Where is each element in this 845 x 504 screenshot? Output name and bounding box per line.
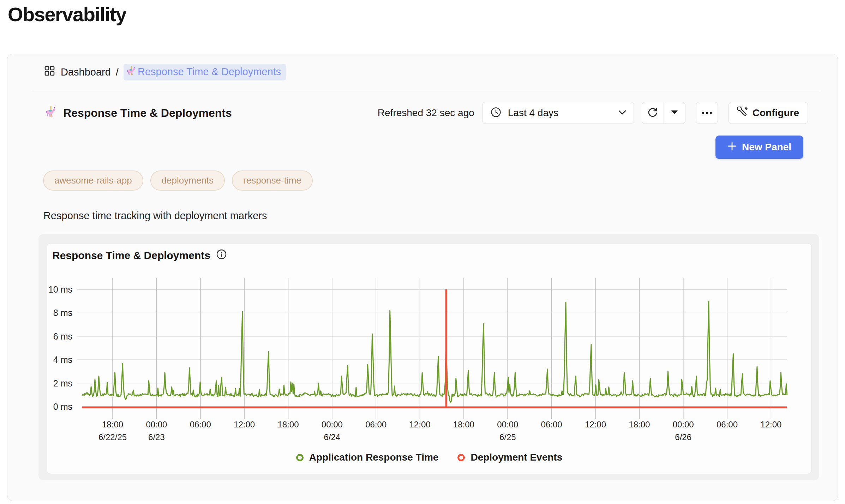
chevron-down-icon [618,110,627,116]
x-tick-label: 18:00 [102,420,123,429]
x-tick-label: 18:00 [629,420,650,429]
y-tick-label: 4 ms [53,355,72,365]
y-tick-label: 10 ms [48,284,72,294]
legend-label: Deployment Events [471,452,562,463]
panel-header-row: Response Time & Deployments Refreshed 32… [44,101,808,125]
x-tick-label: 12:00 [585,420,606,429]
configure-label: Configure [753,107,799,119]
x-tick-label: 00:00 [322,420,343,429]
x-tick-label: 00:00 [497,420,518,429]
breadcrumb-dashboard-link[interactable]: Dashboard [44,65,111,79]
x-date-label: 6/25 [499,432,516,442]
chart-legend: Application Response Time Deployment Eve… [47,452,811,463]
plus-icon [727,142,737,153]
legend-application-response-time[interactable]: Application Response Time [296,452,439,463]
dashboard-card: Dashboard / Response Time & Deployments [7,54,838,501]
tools-icon [737,107,748,120]
time-range-select[interactable]: Last 4 days [482,102,634,124]
ring-icon [457,454,465,461]
time-range-value: Last 4 days [508,107,558,119]
x-date-label: 6/24 [324,432,340,442]
ellipsis-icon [701,110,713,116]
more-options-button[interactable] [696,102,718,124]
legend-deployment-events[interactable]: Deployment Events [457,452,562,463]
configure-button[interactable]: Configure [729,102,808,124]
y-tick-label: 2 ms [53,378,72,388]
breadcrumb-current-link[interactable]: Response Time & Deployments [124,64,286,80]
new-panel-label: New Panel [742,142,791,153]
x-date-label: 6/26 [675,432,691,442]
page-title: Observability [8,3,126,26]
ring-icon [296,454,304,461]
x-tick-label: 00:00 [673,420,694,429]
panel-title-group: Response Time & Deployments [44,105,232,121]
refresh-options-button[interactable] [664,102,685,124]
refreshed-status: Refreshed 32 sec ago [378,107,474,119]
x-date-label: 6/23 [148,432,165,442]
chart-card: Response Time & Deployments 10 ms8 ms6 m… [47,243,811,474]
x-tick-label: 12:00 [409,420,431,429]
chart-panel: Response Time & Deployments 10 ms8 ms6 m… [38,234,819,480]
x-date-label: 6/22/25 [98,432,127,442]
x-tick-label: 18:00 [277,420,299,429]
tag-response-time[interactable]: response-time [232,170,313,191]
panel-title: Response Time & Deployments [63,107,232,120]
x-tick-label: 12:00 [234,420,255,429]
header-divider [31,91,820,91]
tags-row: awesome-rails-app deployments response-t… [43,170,313,191]
refresh-button[interactable] [642,102,664,124]
x-tick-label: 06:00 [541,420,562,429]
x-tick-label: 06:00 [365,420,386,429]
triangle-down-icon [671,110,678,116]
x-tick-label: 06:00 [717,420,738,429]
breadcrumb-current-label: Response Time & Deployments [138,66,281,78]
breadcrumb-separator: / [116,66,119,78]
carousel-horse-icon [44,105,57,121]
new-panel-button[interactable]: New Panel [715,136,803,159]
legend-label: Application Response Time [309,452,439,463]
response-time-chart: 10 ms8 ms6 ms4 ms2 ms0 ms18:006/22/2500:… [47,244,813,446]
grid-icon [44,65,55,79]
x-tick-label: 00:00 [146,420,167,429]
breadcrumb: Dashboard / Response Time & Deployments [44,64,286,80]
breadcrumb-dashboard-label: Dashboard [61,66,111,78]
response-time-series [82,301,787,402]
tag-deployments[interactable]: deployments [150,170,225,191]
tag-awesome-rails-app[interactable]: awesome-rails-app [43,170,143,191]
y-tick-label: 8 ms [53,308,72,318]
refresh-icon [647,106,659,120]
x-tick-label: 06:00 [190,420,211,429]
x-tick-label: 12:00 [760,420,781,429]
clock-icon [490,107,502,119]
carousel-horse-icon [126,65,136,78]
refresh-button-group [642,102,685,124]
x-tick-label: 18:00 [453,420,474,429]
y-tick-label: 0 ms [53,402,72,412]
panel-description: Response time tracking with deployment m… [43,210,267,222]
y-tick-label: 6 ms [53,331,72,341]
